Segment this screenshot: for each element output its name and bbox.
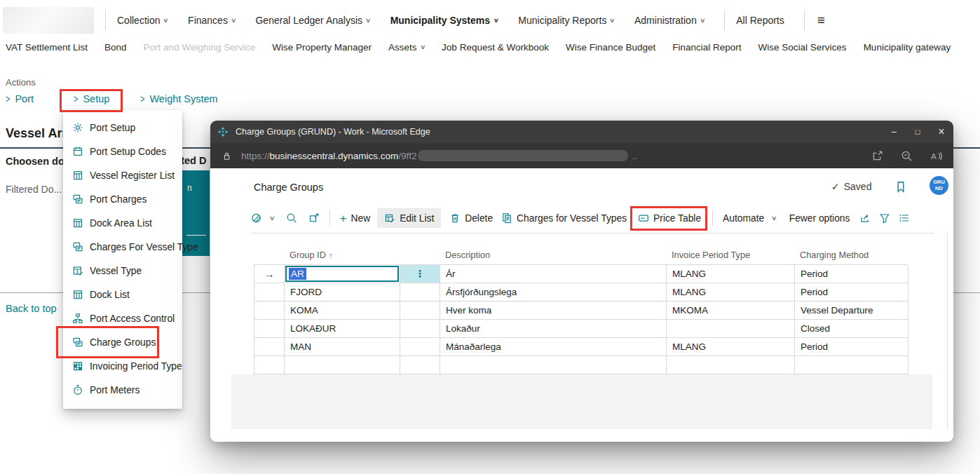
invoice-period-type-cell[interactable] [667,356,795,374]
table-row[interactable]: LOKAÐUR Lokaður Closed [254,320,908,338]
menu-item-port-setup-codes[interactable]: Port Setup Codes [63,140,182,163]
bookmark-icon[interactable] [894,180,907,194]
description-cell[interactable]: Lokaður [440,320,667,338]
row-selector-cell[interactable] [254,283,285,302]
charging-method-cell[interactable]: Period [795,265,908,283]
invoice-period-type-cell[interactable] [667,320,795,338]
menu-item-invoicing-period-type[interactable]: Invoicing Period Type [63,354,182,378]
nav-item-general-ledger-analysis[interactable]: General Ledger Analysis∨ [255,15,370,26]
invoice-period-type-cell[interactable]: MLANG [667,338,795,356]
row-options-cell[interactable] [400,320,440,338]
subnav-item-bond[interactable]: Bond [104,42,127,53]
close-button[interactable]: × [930,121,953,143]
automate-button[interactable]: Automate∨ [723,213,777,224]
delete-button[interactable]: Delete [449,212,493,224]
window-titlebar[interactable]: Charge Groups (GRUND) - Work - Microsoft… [210,121,953,143]
charging-method-cell[interactable]: Vessel Departure [795,302,908,320]
group-id-cell[interactable]: AR [285,265,400,283]
menu-item-dock-area-list[interactable]: Dock Area List [63,211,182,235]
subnav-item-vat-settlement-list[interactable]: VAT Settlement List [6,42,88,53]
row-selector-cell[interactable] [254,302,285,320]
group-id-cell[interactable]: MAN [285,338,400,356]
price-table-button[interactable]: Price Table [638,212,701,224]
charging-method-cell[interactable]: Period [795,338,908,356]
charging-method-cell[interactable] [795,356,908,374]
focus-mode-button[interactable] [308,212,320,224]
row-selector-cell[interactable] [254,338,285,356]
edit-list-button[interactable]: Edit List [377,208,441,228]
column-header-description[interactable]: Description [440,247,666,263]
group-id-input[interactable]: AR [285,266,399,282]
action-link-port[interactable]: >Port [6,93,34,104]
read-aloud-icon[interactable]: A [930,150,942,162]
group-id-cell[interactable]: KOMA [285,302,400,320]
subnav-item-financial-report[interactable]: Financial Report [672,42,741,53]
menu-item-charges-for-vessel-type[interactable]: Charges For Vessel Type [63,235,182,259]
charging-method-cell[interactable]: Closed [795,320,908,338]
column-header-group-id[interactable]: Group ID↑ [284,247,400,263]
open-in-new-window-icon[interactable] [871,150,883,162]
menu-item-vessel-register-list[interactable]: Vessel Register List [63,163,182,187]
subnav-item-job-request-workbook[interactable]: Job Request & Workbook [442,42,549,53]
search-button[interactable] [286,212,297,224]
avatar[interactable]: GRUND [930,176,948,195]
share-button[interactable] [859,212,871,224]
subnav-item-wise-social-services[interactable]: Wise Social Services [758,42,847,53]
row-options-cell[interactable] [400,338,440,356]
hamburger-menu-icon[interactable]: ≡ [817,13,825,28]
charges-for-vessel-types-button[interactable]: Charges for Vessel Types [501,212,627,224]
column-header-invoice-period-type[interactable]: Invoice Period Type [666,247,794,263]
row-selector-cell[interactable] [254,320,285,338]
invoice-period-type-cell[interactable]: MLANG [667,265,795,283]
description-cell[interactable]: Hver koma [440,302,667,320]
menu-item-port-access-control[interactable]: Port Access Control [63,306,182,330]
maximize-button[interactable]: □ [906,121,930,143]
row-selector-cell[interactable]: → [254,265,285,283]
subnav-item-assets[interactable]: Assets∨ [388,42,425,53]
description-cell[interactable]: Ár [440,265,667,283]
group-id-cell[interactable] [285,356,400,374]
menu-item-vessel-type[interactable]: Vessel Type [63,259,182,283]
nav-item-municipality-reports[interactable]: Municipality Reports∨ [518,15,615,26]
row-options-cell[interactable] [400,302,440,320]
row-options-cell[interactable] [400,283,440,302]
nav-item-finances[interactable]: Finances∨ [188,15,236,26]
nav-item-all-reports[interactable]: All Reports [736,15,784,26]
subnav-item-port-and-weighing-service[interactable]: Port and Weighing Service [144,42,256,53]
menu-item-port-charges[interactable]: Port Charges [63,187,182,211]
list-view-button[interactable] [899,212,910,224]
nav-item-municipality-systems[interactable]: Municipality Systems∨ [390,15,499,26]
menu-item-port-meters[interactable]: Port Meters [63,378,182,402]
new-button[interactable]: +New [340,212,371,224]
table-row[interactable]: KOMA Hver koma MKOMA Vessel Departure [254,302,908,320]
menu-item-port-setup[interactable]: Port Setup [63,116,182,140]
nav-item-administration[interactable]: Administration∨ [634,15,705,26]
invoice-period-type-cell[interactable]: MKOMA [667,302,795,320]
column-header-charging-method[interactable]: Charging Method [794,247,908,263]
charging-method-cell[interactable]: Period [795,283,908,302]
action-link-setup[interactable]: >Setup [74,93,109,104]
description-cell[interactable]: Mánaðarlega [440,338,667,356]
table-row[interactable]: → AR ⋮ Ár MLANG Period [254,265,908,283]
description-cell[interactable] [440,356,667,374]
invoice-period-type-cell[interactable]: MLANG [667,283,795,302]
menu-item-dock-list[interactable]: Dock List [63,283,182,306]
address-bar[interactable]: https://businesscentral.dynamics.com/9ff… [210,143,953,168]
subnav-item-wise-property-manager[interactable]: Wise Property Manager [272,42,372,53]
row-selector-cell[interactable] [254,356,285,374]
nav-item-collection[interactable]: Collection∨ [117,15,168,26]
description-cell[interactable]: Ársfjórðungslega [440,283,667,302]
row-options-cell[interactable] [400,356,440,374]
table-row[interactable]: FJORD Ársfjórðungslega MLANG Period [254,283,908,302]
action-link-weight-system[interactable]: >Weight System [140,93,218,104]
list-views-button[interactable]: ∨ [251,212,275,224]
table-row[interactable] [254,356,908,374]
fewer-options-button[interactable]: Fewer options [789,213,850,224]
subnav-item-wise-finance-budget[interactable]: Wise Finance Budget [566,42,655,53]
scrollbar-track[interactable] [947,233,948,430]
zoom-out-icon[interactable] [901,150,913,162]
table-row[interactable]: MAN Mánaðarlega MLANG Period [254,338,908,356]
menu-item-charge-groups[interactable]: Charge Groups [63,330,182,354]
back-to-top-link[interactable]: Back to top [6,303,57,314]
subnav-item-municipality-gateway[interactable]: Municipality gateway [864,42,951,53]
